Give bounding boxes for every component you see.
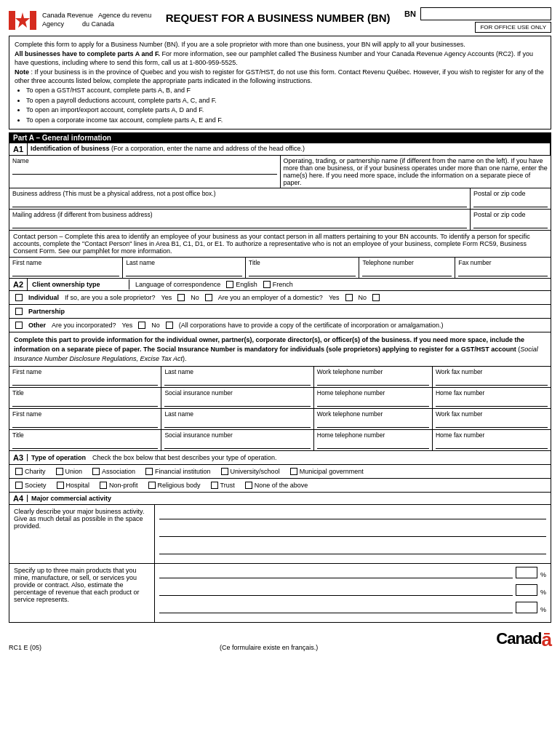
individual-checkbox[interactable] [15, 294, 23, 301]
trust-wrap: Trust [211, 482, 235, 489]
o2-title-field[interactable] [12, 439, 158, 449]
o1-homefax-label: Home fax number [436, 389, 548, 397]
incorporated-q: Are you incorporated? [52, 322, 116, 329]
o2-hometel-field[interactable] [317, 439, 429, 449]
o2-sin-field[interactable] [164, 439, 310, 449]
individual-label: Individual [28, 294, 59, 301]
o1-hometel-field[interactable] [317, 397, 429, 407]
cp-lastname-field[interactable] [126, 266, 242, 276]
municipal-checkbox[interactable] [290, 468, 297, 475]
charity-checkbox[interactable] [15, 468, 23, 475]
postal-zip-field[interactable] [473, 197, 548, 207]
trust-checkbox[interactable] [211, 482, 218, 489]
nonprofit-checkbox[interactable] [100, 482, 107, 489]
o2-hometel-label: Home telephone number [317, 431, 429, 439]
o1-firstname-field[interactable] [12, 375, 158, 386]
union-checkbox[interactable] [56, 468, 63, 475]
cp-tel-field[interactable] [362, 266, 452, 276]
o2-homefax-label: Home fax number [436, 431, 548, 439]
pct-1-field[interactable] [516, 567, 537, 578]
o2-worktel-field[interactable] [317, 418, 429, 428]
employer-no-checkbox[interactable] [372, 294, 380, 301]
o1-worktel-field[interactable] [317, 375, 429, 386]
union-label: Union [65, 468, 83, 475]
o1-workfax-field[interactable] [436, 375, 548, 386]
form-code: RC1 E (05) [9, 644, 41, 651]
pct-2-symbol: % [540, 589, 546, 596]
french-note: (Ce formulaire existe en français.) [220, 644, 318, 651]
part-a-title: Part A – General information [13, 134, 111, 142]
partnership-checkbox[interactable] [15, 308, 23, 315]
bullet-1: To open a GST/HST account, complete part… [26, 86, 545, 95]
none-wrap: None of the above [245, 482, 308, 489]
pct-3-field[interactable] [516, 602, 537, 613]
english-label: English [236, 281, 257, 288]
incorp-no-checkbox[interactable] [166, 322, 173, 329]
hospital-wrap: Hospital [57, 482, 90, 489]
product-2-field[interactable] [159, 584, 513, 596]
o2-firstname-field[interactable] [12, 418, 158, 428]
cp-firstname-label: First name [12, 259, 119, 266]
yes-label-2: Yes [329, 294, 340, 301]
o2-lastname-field[interactable] [164, 418, 310, 428]
a4-line-1[interactable] [159, 508, 546, 519]
svg-rect-2 [30, 11, 36, 30]
a1-label: Identification of business [31, 145, 110, 152]
municipal-wrap: Municipal government [290, 468, 364, 475]
mail-postal-field[interactable] [473, 218, 548, 228]
financial-checkbox[interactable] [145, 468, 153, 475]
product-3-field[interactable] [159, 602, 513, 613]
cp-fax-label: Fax number [458, 259, 548, 266]
cp-fax-field[interactable] [458, 266, 548, 276]
society-checkbox[interactable] [15, 482, 23, 489]
a3-num: A3 [13, 453, 23, 462]
hospital-checkbox[interactable] [57, 482, 64, 489]
o2-workfax-label: Work fax number [436, 410, 548, 418]
o1-lastname-field[interactable] [164, 375, 310, 386]
o1-sin-field[interactable] [164, 397, 310, 407]
o1-title-field[interactable] [12, 397, 158, 407]
religious-checkbox[interactable] [148, 482, 156, 489]
bn-label: BN [404, 9, 416, 18]
product-1-field[interactable] [159, 567, 513, 578]
o1-homefax-field[interactable] [436, 397, 548, 407]
svg-rect-1 [9, 11, 15, 30]
o1-firstname-label: First name [12, 368, 158, 375]
sole-prop-yes-checkbox[interactable] [177, 294, 185, 301]
charity-wrap: Charity [15, 468, 46, 475]
a3-description: Check the box below that best describes … [92, 454, 277, 461]
o2-workfax-field[interactable] [436, 418, 548, 428]
association-checkbox[interactable] [92, 468, 100, 475]
sole-prop-no-checkbox[interactable] [205, 294, 212, 301]
biz-addr-label: Business address (This must be a physica… [12, 190, 467, 197]
incorp-yes-checkbox[interactable] [138, 322, 145, 329]
yes-label-3: Yes [122, 322, 133, 329]
employer-yes-checkbox[interactable] [345, 294, 353, 301]
a4-line-3[interactable] [159, 543, 546, 554]
cp-title-field[interactable] [249, 266, 356, 276]
name-field[interactable] [12, 164, 277, 175]
religious-wrap: Religious body [148, 482, 201, 489]
intro-note-text: : If your business is in the province of… [15, 68, 544, 85]
cp-firstname-field[interactable] [12, 266, 119, 276]
other-checkbox[interactable] [15, 322, 23, 329]
mail-addr-field[interactable] [12, 218, 467, 228]
french-checkbox[interactable] [263, 281, 271, 288]
o2-title-label: Title [12, 431, 158, 439]
society-wrap: Society [15, 482, 47, 489]
university-checkbox[interactable] [221, 468, 228, 475]
association-label: Association [102, 468, 135, 475]
english-checkbox[interactable] [226, 281, 233, 288]
a4-line-2[interactable] [159, 525, 546, 537]
none-checkbox[interactable] [245, 482, 252, 489]
nonprofit-wrap: Non-profit [100, 482, 138, 489]
bn-input-box[interactable] [420, 7, 551, 20]
biz-addr-field[interactable] [12, 197, 467, 207]
o1-workfax-label: Work fax number [436, 368, 548, 375]
info-end: . [185, 355, 187, 362]
o2-homefax-field[interactable] [436, 439, 548, 449]
municipal-label: Municipal government [300, 468, 364, 475]
pct-2-field[interactable] [516, 584, 537, 596]
financial-wrap: Financial institution [145, 468, 211, 475]
employer-q: Are you an employer of a domestic? [218, 294, 323, 301]
